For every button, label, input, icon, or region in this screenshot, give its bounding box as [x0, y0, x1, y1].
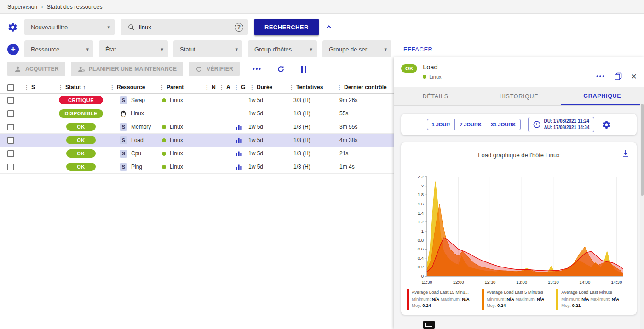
column-header-label[interactable]: Durée: [257, 84, 272, 91]
criteria-dropdown-2[interactable]: Statut▾: [173, 40, 242, 58]
column-drag-handle[interactable]: ⋮: [249, 84, 255, 91]
pause-icon[interactable]: [301, 66, 307, 73]
scrollbar-thumb[interactable]: [641, 104, 644, 196]
column-drag-handle[interactable]: ⋮: [24, 84, 29, 91]
column-drag-handle[interactable]: ⋮: [234, 84, 239, 91]
legend-color-bar: [556, 289, 558, 310]
resource-row-load[interactable]: OKSLoadLinux1w 5d1/3 (H)4m 38s: [0, 134, 394, 147]
chevron-down-icon: ▾: [86, 46, 89, 52]
cell-tries: 1/3 (H): [286, 160, 334, 173]
close-panel-icon[interactable]: ×: [631, 72, 637, 81]
column-header-label[interactable]: A: [226, 84, 230, 91]
date-range-picker[interactable]: DU: 17/08/2021 11:24 AU: 17/08/2021 14:3…: [528, 117, 594, 132]
chevron-down-icon: ▾: [310, 46, 312, 52]
parent-status-dot: [162, 165, 166, 169]
column-drag-handle[interactable]: ⋮: [58, 84, 63, 91]
collapse-filters-icon[interactable]: [325, 23, 333, 31]
criteria-dropdown-4[interactable]: Groupe de ser...▾: [322, 40, 391, 58]
cell-last_check: 55s: [334, 107, 394, 120]
resource-row-memory[interactable]: OKSMemoryLinux1w 5d1/3 (H)3m 55s: [0, 120, 394, 134]
sort-asc-icon[interactable]: ↑: [83, 84, 86, 91]
acknowledge-button[interactable]: ACQUITTER: [7, 62, 65, 76]
legend-text: Average Load Last 15 Minu...Minimum: N/A…: [412, 289, 470, 310]
svg-text:1: 1: [421, 228, 424, 233]
svg-text:1.2: 1.2: [418, 219, 424, 224]
add-criteria-icon[interactable]: +: [7, 44, 19, 55]
time-range-card: 1 JOUR7 JOURS31 JOURS DU: 17/08/2021 11:…: [401, 114, 637, 135]
clear-filters-link[interactable]: EFFACER: [403, 46, 432, 53]
breadcrumb-item[interactable]: Supervision: [7, 4, 37, 10]
row-checkbox[interactable]: [7, 97, 14, 104]
graph-legend: Average Load Last 15 Minu...Minimum: N/A…: [407, 289, 631, 310]
column-drag-handle[interactable]: ⋮: [204, 84, 210, 91]
column-drag-handle[interactable]: ⋮: [109, 84, 115, 91]
legend-item[interactable]: Average Load Last MinuteMinimum: N/A Max…: [556, 289, 631, 310]
period-button-1[interactable]: 7 JOURS: [455, 119, 486, 130]
cell-last_check: 3m 55s: [334, 120, 394, 133]
person-icon: [14, 65, 22, 73]
column-header-label[interactable]: G: [241, 84, 245, 91]
legend-item[interactable]: Average Load Last 15 Minu...Minimum: N/A…: [407, 289, 482, 310]
row-checkbox[interactable]: [7, 110, 14, 117]
graph-settings-gear-icon[interactable]: [602, 120, 611, 130]
criteria-dropdown-1[interactable]: État▾: [99, 40, 168, 58]
column-header-label[interactable]: N: [212, 84, 216, 91]
svg-text:2.2: 2.2: [418, 174, 424, 179]
legend-item[interactable]: Average Load Last 5 MinutesMinimum: N/A …: [482, 289, 557, 310]
column-drag-handle[interactable]: ⋮: [289, 84, 294, 91]
column-drag-handle[interactable]: ⋮: [159, 84, 165, 91]
cell-last_check: 4m 38s: [334, 134, 394, 147]
period-button-2[interactable]: 31 JOURS: [486, 119, 520, 130]
resource-detail-panel: OK Load Linux × DÉTAILSHISTORIQUEGRAPHIQ…: [394, 57, 644, 329]
breadcrumb-item[interactable]: Statut des ressources: [47, 4, 103, 10]
search-input[interactable]: [139, 24, 231, 31]
row-checkbox[interactable]: [7, 124, 14, 130]
resource-row-cpu[interactable]: OKSCpuLinux1w 5d1/3 (H)21s: [0, 147, 394, 160]
fullscreen-icon[interactable]: [423, 321, 435, 329]
resource-row-swap[interactable]: CRITIQUESSwapLinux1w 5d3/3 (H)9m 26s: [0, 94, 394, 107]
tab-historique[interactable]: HISTORIQUE: [477, 87, 560, 105]
column-drag-handle[interactable]: ⋮: [337, 84, 342, 91]
column-header-label[interactable]: Dernier contrôle: [344, 84, 387, 91]
help-icon[interactable]: ?: [235, 23, 243, 32]
graph-icon[interactable]: [235, 123, 242, 130]
check-button[interactable]: VÉRIFIER: [189, 62, 240, 76]
row-checkbox[interactable]: [7, 150, 14, 157]
row-checkbox[interactable]: [7, 137, 14, 144]
status-pill: OK: [66, 163, 96, 171]
status-pill: OK: [66, 149, 96, 158]
resource-row-ping[interactable]: OKSPingLinux1w 5d1/3 (H)1m 4s: [0, 160, 394, 174]
resource-row-linux[interactable]: DISPONIBLELinux1w 5d1/3 (H)55s: [0, 107, 394, 120]
column-header-label[interactable]: Ressource: [117, 84, 145, 91]
settings-gear-icon[interactable]: [7, 22, 18, 33]
graph-icon[interactable]: [235, 150, 242, 157]
tab-dtails[interactable]: DÉTAILS: [394, 87, 477, 105]
legend-text: Average Load Last MinuteMinimum: N/A Max…: [561, 289, 619, 310]
select-all-checkbox[interactable]: [7, 84, 14, 91]
column-header-label[interactable]: Statut: [65, 84, 81, 91]
saved-filter-select[interactable]: Nouveau filtre ▾: [24, 19, 115, 35]
criteria-dropdown-3[interactable]: Group d'hôtes▾: [248, 40, 317, 58]
column-header-label[interactable]: S: [31, 84, 35, 91]
graph-icon[interactable]: [235, 163, 242, 170]
copy-link-icon[interactable]: [614, 72, 623, 81]
svg-text:0.2: 0.2: [418, 264, 424, 269]
panel-scrollbar[interactable]: [640, 87, 644, 329]
search-button[interactable]: RECHERCHER: [254, 19, 319, 35]
download-graph-icon[interactable]: [621, 149, 630, 158]
parent-name: Linux: [170, 124, 183, 130]
downtime-button[interactable]: PLANIFIER UNE MAINTENANCE: [71, 62, 184, 76]
column-drag-handle[interactable]: ⋮: [219, 84, 224, 91]
column-header-label[interactable]: Parent: [167, 84, 184, 91]
refresh-icon[interactable]: [276, 65, 285, 74]
period-button-0[interactable]: 1 JOUR: [427, 119, 455, 130]
column-header-label[interactable]: Tentatives: [296, 84, 323, 91]
more-actions-icon[interactable]: [252, 64, 262, 74]
criteria-dropdown-0[interactable]: Ressource▾: [24, 40, 93, 58]
row-checkbox[interactable]: [7, 164, 14, 170]
tab-graphique[interactable]: GRAPHIQUE: [561, 87, 644, 105]
panel-more-icon[interactable]: [595, 71, 605, 81]
graph-icon[interactable]: [235, 136, 242, 144]
panel-body: 1 JOUR7 JOURS31 JOURS DU: 17/08/2021 11:…: [394, 106, 644, 329]
resource-name: Cpu: [131, 150, 141, 157]
